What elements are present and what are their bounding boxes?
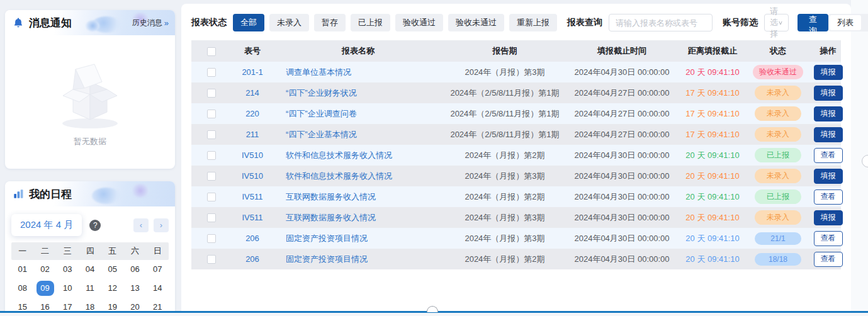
table-row: IV510软件和信息技术服务收入情况2024年（月报）第2期2024年04月30… bbox=[191, 145, 841, 166]
status-badge: 已上报 bbox=[755, 189, 801, 204]
report-code: IV510 bbox=[242, 150, 263, 160]
report-name-link[interactable]: 互联网数据服务收入情况 bbox=[286, 213, 376, 222]
report-name-link[interactable]: 固定资产投资项目情况 bbox=[286, 254, 368, 264]
table-row: IV510软件和信息技术服务收入情况2024年（月报）第3期2024年04月30… bbox=[191, 166, 841, 186]
report-name-link[interactable]: “四下”企业调查问卷 bbox=[286, 109, 357, 118]
prev-month-button[interactable]: ‹ bbox=[133, 218, 149, 232]
weekday-label: 五 bbox=[101, 245, 124, 257]
view-report-button[interactable]: 查看 bbox=[814, 189, 843, 205]
row-checkbox[interactable] bbox=[207, 151, 216, 160]
row-checkbox[interactable] bbox=[207, 89, 216, 98]
calendar-day-number: 04 bbox=[81, 262, 99, 277]
calendar-day[interactable]: 06 bbox=[124, 262, 147, 277]
history-messages-link[interactable]: 历史消息 » bbox=[132, 10, 169, 35]
view-toggle-button[interactable]: 列表 bbox=[830, 15, 861, 30]
column-header-status: 状态 bbox=[748, 45, 808, 57]
report-search-input[interactable] bbox=[609, 14, 713, 31]
status-tab[interactable]: 暂存 bbox=[314, 14, 346, 31]
view-report-button[interactable]: 查看 bbox=[814, 252, 843, 267]
row-checkbox[interactable] bbox=[207, 172, 216, 181]
report-code: 211 bbox=[246, 130, 259, 139]
deadline-time: 2024年04月27日 00:00:00 bbox=[566, 129, 677, 140]
view-report-button[interactable]: 查看 bbox=[814, 231, 843, 246]
status-tab[interactable]: 未录入 bbox=[269, 14, 309, 31]
countdown-text: 20 天 09:41:10 bbox=[677, 150, 748, 161]
select-all-checkbox[interactable] bbox=[207, 47, 216, 56]
report-period: 2024年（2/5/8/11月报）第1期 bbox=[443, 87, 566, 99]
row-checkbox[interactable] bbox=[207, 68, 216, 77]
countdown-text: 17 天 09:41:10 bbox=[677, 129, 748, 140]
help-icon[interactable]: ? bbox=[89, 220, 101, 231]
report-name-link[interactable]: “四下”企业基本情况 bbox=[286, 130, 357, 139]
status-badge: 已上报 bbox=[755, 148, 801, 162]
calendar-day[interactable]: 10 bbox=[56, 281, 79, 296]
deadline-time: 2024年04月27日 00:00:00 bbox=[566, 108, 677, 120]
weekday-label: 二 bbox=[34, 245, 57, 257]
deadline-time: 2024年04月30日 00:00:00 bbox=[566, 233, 677, 244]
schedule-header: 我的日程 bbox=[5, 181, 175, 206]
fill-report-button[interactable]: 填报 bbox=[814, 169, 843, 184]
fill-report-button[interactable]: 填报 bbox=[814, 127, 843, 142]
header-decoration bbox=[86, 20, 99, 31]
report-code: 206 bbox=[245, 234, 259, 243]
table-row: 201-1调查单位基本情况2024年（月报）第3期2024年04月30日 00:… bbox=[191, 62, 841, 82]
calendar-day[interactable]: 07 bbox=[146, 262, 169, 277]
countdown-text: 20 天 09:41:10 bbox=[677, 67, 748, 78]
calendar-day[interactable]: 02 bbox=[34, 262, 57, 277]
report-name-link[interactable]: 调查单位基本情况 bbox=[286, 67, 351, 77]
status-tab[interactable]: 验收未通过 bbox=[448, 14, 504, 31]
table-header-row: 表号 报表名称 报告期 填报截止时间 距离填报截止 状态 操作 bbox=[191, 40, 841, 62]
calendar-day[interactable]: 04 bbox=[79, 262, 101, 277]
fill-report-button[interactable]: 填报 bbox=[814, 210, 843, 225]
calendar-day-selected[interactable]: 09 bbox=[34, 281, 57, 296]
report-period: 2024年（月报）第3期 bbox=[443, 67, 566, 78]
report-code: 214 bbox=[245, 88, 259, 98]
header-decoration bbox=[92, 188, 121, 204]
calendar-day[interactable]: 13 bbox=[124, 281, 147, 296]
calendar: 2024 年 4 月 ? ‹ › 一二三四五六日 010203040506070… bbox=[5, 206, 175, 316]
calendar-day-number: 07 bbox=[149, 262, 166, 277]
row-checkbox[interactable] bbox=[207, 255, 216, 264]
row-checkbox[interactable] bbox=[207, 234, 216, 243]
status-tab[interactable]: 全部 bbox=[233, 14, 264, 31]
account-select-placeholder: 请选择 bbox=[770, 6, 778, 40]
calendar-day[interactable]: 11 bbox=[79, 281, 101, 296]
table-row: IV511互联网数据服务收入情况2024年（月报）第3期2024年04月30日 … bbox=[191, 207, 841, 228]
weekday-label: 四 bbox=[79, 245, 101, 257]
calendar-day[interactable]: 03 bbox=[56, 262, 79, 277]
row-checkbox[interactable] bbox=[207, 130, 216, 139]
month-selector[interactable]: 2024 年 4 月 bbox=[11, 214, 82, 236]
calendar-day[interactable]: 08 bbox=[11, 281, 34, 296]
row-checkbox[interactable] bbox=[207, 193, 216, 201]
calendar-day[interactable]: 12 bbox=[101, 281, 124, 296]
report-name-link[interactable]: “四下”企业财务状况 bbox=[286, 88, 357, 98]
fill-report-button[interactable]: 填报 bbox=[814, 106, 843, 121]
calendar-day[interactable]: 05 bbox=[101, 262, 124, 277]
view-mode-toggle: 列表卡片 bbox=[828, 14, 868, 31]
deadline-time: 2024年04月30日 00:00:00 bbox=[566, 254, 677, 265]
view-toggle-button[interactable]: 卡片 bbox=[861, 15, 868, 30]
report-period: 2024年（2/5/8/11月报）第1期 bbox=[443, 129, 566, 140]
account-select[interactable]: 请选择 ∨ bbox=[764, 14, 789, 31]
next-month-button[interactable]: › bbox=[154, 218, 169, 232]
status-tab[interactable]: 验收通过 bbox=[395, 14, 443, 31]
column-header-period: 报告期 bbox=[443, 45, 566, 57]
report-name-link[interactable]: 软件和信息技术服务收入情况 bbox=[286, 150, 392, 160]
view-report-button[interactable]: 查看 bbox=[814, 148, 843, 163]
history-messages-label: 历史消息 bbox=[132, 18, 162, 28]
fill-report-button[interactable]: 填报 bbox=[814, 65, 843, 80]
fill-report-button[interactable]: 填报 bbox=[814, 86, 843, 101]
table-row: 206固定资产投资项目情况2024年（月报）第3期2024年04月30日 00:… bbox=[191, 228, 841, 249]
report-name-link[interactable]: 互联网数据服务收入情况 bbox=[286, 192, 376, 201]
row-checkbox[interactable] bbox=[207, 213, 216, 222]
status-tab[interactable]: 已上报 bbox=[351, 14, 390, 31]
status-tab[interactable]: 重新上报 bbox=[509, 14, 557, 31]
calendar-day[interactable]: 01 bbox=[11, 262, 34, 277]
report-name-link[interactable]: 固定资产投资项目情况 bbox=[286, 234, 368, 243]
calendar-day[interactable]: 14 bbox=[146, 281, 169, 296]
row-checkbox[interactable] bbox=[207, 110, 216, 118]
query-button[interactable]: 查询 bbox=[798, 14, 828, 31]
account-filter-label: 账号筛选 bbox=[723, 17, 758, 28]
status-badge: 未录入 bbox=[755, 106, 801, 121]
report-name-link[interactable]: 软件和信息技术服务收入情况 bbox=[286, 171, 392, 181]
